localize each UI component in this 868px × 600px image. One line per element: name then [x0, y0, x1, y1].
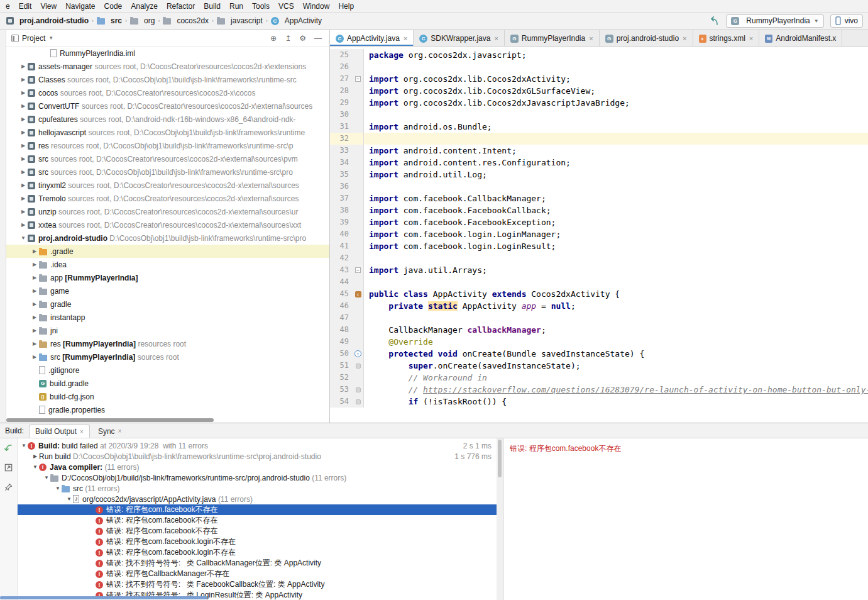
line-number[interactable]: 43: [330, 264, 353, 276]
build-tree-row-10[interactable]: !错误: 程序包com.facebook.login不存在: [18, 547, 497, 558]
project-tree-item-unzip[interactable]: ▶unzip sources root, D:\CocosCreator\res…: [6, 205, 329, 218]
gutter-square-icon[interactable]: [356, 364, 361, 369]
line-number[interactable]: 44: [330, 276, 353, 288]
tree-collapsed-arrow-icon[interactable]: ▶: [30, 301, 39, 307]
close-tab-icon[interactable]: ×: [118, 428, 122, 435]
code-line-35[interactable]: 35import android.util.Log;: [330, 169, 868, 181]
tree-expanded-arrow-icon[interactable]: ▼: [54, 486, 62, 491]
project-horizontal-scrollbar[interactable]: [6, 418, 214, 422]
fold-marker-icon[interactable]: −: [355, 267, 361, 273]
line-number[interactable]: 28: [330, 85, 353, 97]
breadcrumb-item-appactivity[interactable]: CAppActivity: [270, 16, 323, 25]
project-tree-item-game[interactable]: ▶game: [6, 284, 329, 297]
build-tree-row-3[interactable]: ▼D:/CocosObj/obj1/build/jsb-link/framewo…: [18, 472, 497, 483]
project-tree-item-tinyxml2[interactable]: ▶tinyxml2 sources root, D:\CocosCreator\…: [6, 179, 329, 192]
gutter-square-icon[interactable]: [356, 387, 361, 392]
code-line-53[interactable]: 53 // https://stackoverflow.com/question…: [330, 384, 868, 396]
project-tree-item-.idea[interactable]: ▶.idea: [6, 258, 329, 271]
tree-expanded-arrow-icon[interactable]: ▼: [31, 464, 39, 470]
tree-collapsed-arrow-icon[interactable]: ▶: [30, 248, 39, 254]
left-tool-window-stripe[interactable]: [0, 30, 6, 423]
line-number[interactable]: 26: [330, 61, 353, 73]
tree-collapsed-arrow-icon[interactable]: ▶: [19, 143, 28, 148]
code-line-54[interactable]: 54 if (!isTaskRoot()) {: [330, 396, 868, 408]
line-number[interactable]: 54: [330, 396, 353, 408]
menu-window[interactable]: Window: [299, 2, 334, 11]
menu-tools[interactable]: Tools: [248, 2, 274, 11]
project-tree-item-gradle.properties[interactable]: gradle.properties: [6, 403, 329, 416]
code-line-48[interactable]: 48 CallbackManager callbackManager;: [330, 324, 868, 336]
line-number[interactable]: 47: [330, 312, 353, 324]
device-select[interactable]: vivo: [830, 14, 863, 28]
back-arrow-icon[interactable]: [708, 16, 720, 26]
tree-collapsed-arrow-icon[interactable]: ▶: [19, 103, 28, 109]
line-number[interactable]: 36: [330, 181, 353, 192]
build-horizontal-scrollbar[interactable]: [0, 596, 207, 599]
line-number[interactable]: 50: [330, 348, 353, 360]
project-tree-item-src[interactable]: ▶src [RummyPlayerIndia] sources root: [6, 350, 329, 364]
close-tab-icon[interactable]: ×: [589, 35, 593, 42]
project-tree-item-src[interactable]: ▶src sources root, D:\CocosObj\obj1\buil…: [6, 165, 329, 179]
tree-collapsed-arrow-icon[interactable]: ▶: [30, 288, 39, 294]
line-number[interactable]: 41: [330, 240, 353, 252]
tree-collapsed-arrow-icon[interactable]: ▶: [19, 64, 28, 69]
build-tree-row-2[interactable]: ▼!Java compiler: (11 errors): [18, 462, 497, 472]
breadcrumb-item-proj.android-studio[interactable]: proj.android-studio: [5, 16, 90, 25]
code-line-37[interactable]: 37import com.facebook.CallbackManager;: [330, 192, 868, 204]
menu-view[interactable]: View: [36, 2, 61, 11]
menu-refactor[interactable]: Refactor: [162, 2, 199, 11]
tree-collapsed-arrow-icon[interactable]: ▶: [19, 90, 28, 96]
project-tree-item-instantapp[interactable]: ▶instantapp: [6, 311, 329, 324]
build-tree-scrollbar[interactable]: [497, 438, 503, 600]
tree-collapsed-arrow-icon[interactable]: ▶: [19, 222, 28, 228]
tree-collapsed-arrow-icon[interactable]: ▶: [19, 130, 28, 135]
close-tab-icon[interactable]: ×: [404, 35, 407, 42]
editor-tab-AppActivity.java[interactable]: CAppActivity.java×: [330, 30, 414, 47]
breadcrumb-item-org[interactable]: org: [129, 16, 156, 25]
close-tab-icon[interactable]: ×: [80, 428, 84, 435]
hide-icon[interactable]: —: [312, 34, 324, 43]
menu-edit[interactable]: Edit: [14, 2, 36, 11]
menu-e[interactable]: e: [1, 2, 14, 11]
collapse-all-icon[interactable]: ↥: [282, 34, 294, 43]
breadcrumb-item-cocos2dx[interactable]: cocos2dx: [162, 16, 210, 25]
code-line-40[interactable]: 40import com.facebook.login.LoginManager…: [330, 228, 868, 240]
build-tree-row-0[interactable]: ▼!Build: build failed at 2020/3/9 19:28 …: [18, 440, 497, 451]
editor-tab-AndroidManifest.x[interactable]: MAndroidManifest.x: [759, 30, 842, 47]
tree-collapsed-arrow-icon[interactable]: ▶: [19, 169, 28, 175]
editor-tab-RummyPlayerIndia[interactable]: GRummyPlayerIndia×: [505, 30, 600, 47]
build-tree-row-13[interactable]: !错误: 找不到符号符号: 类 FacebookCallback位置: 类 Ap…: [18, 579, 497, 590]
project-tree-item-Classes[interactable]: ▶Classes sources root, D:\CocosObj\obj1\…: [6, 73, 329, 86]
tree-collapsed-arrow-icon[interactable]: ▶: [19, 196, 28, 201]
project-tree-item-hellojavascript[interactable]: ▶hellojavascript sources root, D:\CocosO…: [6, 126, 329, 139]
project-tree-item-app[interactable]: ▶app [RummyPlayerIndia]: [6, 271, 329, 284]
line-number[interactable]: 29: [330, 97, 353, 109]
editor-tab-SDKWrapper.java[interactable]: CSDKWrapper.java×: [414, 30, 505, 47]
tree-collapsed-arrow-icon[interactable]: ▶: [19, 77, 28, 82]
code-line-26[interactable]: 26: [330, 61, 868, 73]
line-number[interactable]: 31: [330, 121, 353, 133]
menu-vcs[interactable]: VCS: [274, 2, 299, 11]
project-tree-item-build.gradle[interactable]: Gbuild.gradle: [6, 377, 329, 390]
build-tab-sync[interactable]: Sync×: [92, 425, 128, 438]
settings-gear-icon[interactable]: ⚙: [297, 34, 309, 43]
run-class-marker-icon[interactable]: c: [355, 291, 361, 297]
code-line-25[interactable]: 25package org.cocos2dx.javascript;: [330, 49, 868, 61]
tree-expanded-arrow-icon[interactable]: ▼: [20, 443, 28, 448]
code-line-51[interactable]: 51 super.onCreate(savedInstanceState);: [330, 360, 868, 372]
tree-collapsed-arrow-icon[interactable]: ▶: [19, 156, 28, 162]
menu-build[interactable]: Build: [199, 2, 225, 11]
code-line-47[interactable]: 47: [330, 312, 868, 324]
build-tree-row-1[interactable]: ▶Run build D:\CocosObj\obj1\build\jsb-li…: [18, 451, 497, 462]
line-number[interactable]: 45: [330, 288, 353, 300]
menu-run[interactable]: Run: [225, 2, 248, 11]
build-tree-row-4[interactable]: ▼src (11 errors): [18, 483, 497, 494]
line-number[interactable]: 33: [330, 145, 353, 157]
code-line-29[interactable]: 29import org.cocos2dx.lib.Cocos2dxJavasc…: [330, 97, 868, 109]
build-tree-row-12[interactable]: !错误: 程序包CallbackManager不存在: [18, 569, 497, 579]
code-line-33[interactable]: 33import android.content.Intent;: [330, 145, 868, 157]
tree-collapsed-arrow-icon[interactable]: ▶: [30, 262, 39, 267]
tree-collapsed-arrow-icon[interactable]: ▶: [19, 209, 28, 214]
pin-icon[interactable]: [4, 482, 13, 492]
gutter-square-icon[interactable]: [356, 399, 361, 404]
